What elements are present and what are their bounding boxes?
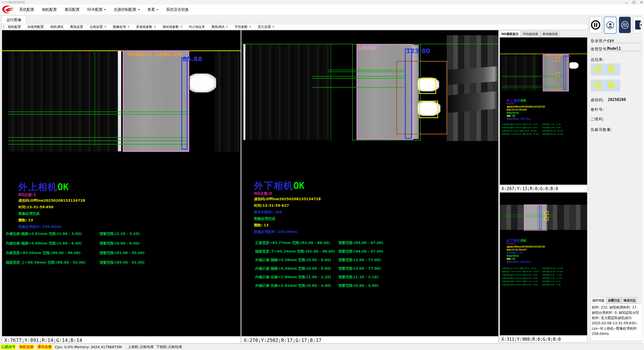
tool-offline-debug[interactable]: 离线调试 <box>211 25 228 29</box>
window-title: CYS-视觉检测系统 <box>2 1 25 4</box>
ng-count-text: NG次数:1 <box>18 193 36 197</box>
image-dark-band <box>8 51 118 152</box>
tool-camera-config[interactable]: 相机配置 <box>8 25 21 29</box>
user-button[interactable] <box>604 17 617 34</box>
overlay-green-line <box>8 137 188 138</box>
menu-camera-config[interactable]: 相机配置 <box>42 7 57 12</box>
ng-preview-lower[interactable]: 外下相机OK NG次数:0 虚拟码:Offline202502081331347… <box>500 192 587 335</box>
ng-preview-upper-coords: X:267;Y:13;R:0;G:0;B:0 <box>500 185 587 192</box>
log-text: 耗时: 222, 缺陷检测耗时: 17, 缺陷分类耗时: 0, 缺陷提取分区耗时… <box>591 304 642 341</box>
tool-spot-check[interactable]: 点检设置 <box>90 25 106 29</box>
close-button[interactable] <box>640 1 643 4</box>
measurement-list: 正极宽度=83.77mm 范围:(82.00 - 88.00)预警范围:(83.… <box>255 241 383 292</box>
users-button[interactable] <box>619 17 631 33</box>
upper-camera-coords: X:7677;Y:891;R:14;G:14;B:14 <box>2 337 241 343</box>
overlay-yellow-line <box>2 50 241 51</box>
tab-run-log[interactable]: 运行日志 <box>591 297 606 304</box>
upper-camera-view[interactable]: 平均阈值:93, 动态阈值:100 85.88 外上相机OK NG次数:1 虚拟… <box>2 30 241 336</box>
lower-camera-view[interactable]: AI检测框 123.80 外下相机OK NG次数:0 虚拟码:Offline20… <box>241 30 498 336</box>
login-user-label: 登录用户: <box>591 39 608 44</box>
tab-run-image[interactable]: 运行图像 <box>2 15 26 24</box>
mini-measurement-list: 外侧负极-隔膜=2.91mm 范围:(2.00 - 3.50)预警范围:(2.2… <box>502 123 563 136</box>
app-logo-icon <box>1 5 16 14</box>
tool-plc-address-lib[interactable]: PLC地址库 <box>189 25 205 29</box>
mini-green-line <box>502 77 566 77</box>
ng-preview-upper[interactable]: 平均阈值:93, 动态阈值:100 85.88 外上相机OK NG次数:1 虚拟… <box>500 37 587 185</box>
dropdown-arrow-icon <box>272 26 274 27</box>
width-measure-box <box>181 57 187 150</box>
tool-camera-debug[interactable]: 相机调试 <box>50 25 63 29</box>
mini-green-line <box>502 76 566 76</box>
minimize-button[interactable] <box>625 1 628 4</box>
menu-system-config[interactable]: 系统配置 <box>19 7 34 12</box>
tab-material-curve[interactable]: 料线曲线图 <box>521 31 540 37</box>
overlay-green-line <box>312 78 406 79</box>
mini-ng-text: NG次数:0 <box>506 242 516 245</box>
dropdown-arrow-icon <box>104 26 106 27</box>
upper-camera-status: 上相机:点检结束 <box>128 345 154 349</box>
overlay-green-line <box>8 112 188 112</box>
tool-test-item-params[interactable]: 测试项参数 <box>163 25 182 29</box>
mini-green-line <box>502 86 566 86</box>
menu-language-switch[interactable]: 系统语言切换 <box>166 7 189 12</box>
film-edge-highlight <box>118 51 121 151</box>
tool-baseline-params[interactable]: 基准线参数 <box>136 25 156 29</box>
qr-code-label: 二维码: <box>591 117 604 122</box>
comm-connect-indicator: 通讯连接 <box>37 344 52 349</box>
tool-other-settings[interactable]: 其它设置 <box>258 25 274 29</box>
camera-title: 外下相机OK <box>254 180 305 192</box>
mini-defect-box <box>555 57 560 62</box>
dropdown-arrow-icon <box>138 9 140 10</box>
image-dark-band <box>215 51 239 152</box>
tool-offline-settings[interactable]: 离线设置 <box>70 25 83 29</box>
overlay-green-line <box>329 70 406 70</box>
toolbar-drag-handle[interactable] <box>3 25 4 29</box>
overlay-green-line <box>8 144 188 145</box>
mini-tab-blob <box>569 62 578 69</box>
film-detect-box <box>123 50 189 152</box>
tab-detect-box <box>419 78 436 94</box>
dropdown-arrow-icon <box>127 26 130 27</box>
lower-camera-status: 下相机:点检结束 <box>156 345 182 349</box>
mini-tab-box <box>544 211 549 215</box>
vcode-value: 20250208 <box>608 97 626 102</box>
mini-measurement-list: 正极宽度=83.77mm 范围:(82.00 - 88.00)预警范围:(83.… <box>502 267 563 287</box>
title-bar: CYS-视觉检测系统 <box>0 0 644 5</box>
pause-button[interactable] <box>590 17 602 33</box>
measurement-list: 外侧负极-隔膜=2.91mm 范围:(2.00 - 3.50)预警范围:(2.2… <box>6 232 145 270</box>
menu-io-card-config[interactable]: IO卡配置 <box>87 7 106 12</box>
model-value[interactable]: Model1 <box>607 46 642 51</box>
tool-ai-use-config[interactable]: AI使用配置 <box>27 25 44 29</box>
ng-count-text: NG次数:0 <box>254 191 272 196</box>
tool-image-processing[interactable]: 图像处理 <box>113 25 130 29</box>
tab-count-label: 负极耳数量: <box>591 127 612 132</box>
tab-error-log[interactable]: 错误日志 <box>622 297 637 304</box>
width-measure-box <box>405 49 412 139</box>
mini-green-vline <box>538 205 538 230</box>
control-side-panel: 登录用户: cys 使用型号: Model1 总结果: 结 果 结 果 虚拟码:… <box>589 15 644 343</box>
tool-char-params[interactable]: 字符参数 <box>235 25 251 29</box>
menu-light-control-config[interactable]: 光源控制配置 <box>114 7 140 12</box>
login-user-value[interactable]: cys <box>607 38 642 43</box>
overlay-green-vline <box>94 50 95 146</box>
tab-detect-box <box>419 101 438 118</box>
status-bar: 心跳信号 相机连接 通讯连接 Cpu: 0.0% Memory: 3424.41… <box>0 343 644 350</box>
width-value-text: 123.80 <box>406 47 430 55</box>
image-gray-band <box>447 35 498 141</box>
maximize-button[interactable] <box>632 1 635 4</box>
vcode-label: 虚拟码: <box>591 98 604 102</box>
image-dark-band <box>246 44 330 140</box>
tab-ng-screenshot[interactable]: NG截图显示 <box>499 31 521 37</box>
view-tab-row: 运行图像 <box>0 15 644 24</box>
tab-settings-log[interactable]: 设置日志 <box>606 297 622 304</box>
menu-comm-config[interactable]: 通讯配置 <box>65 7 80 12</box>
heartbeat-indicator: 心跳信号 <box>1 344 16 349</box>
menu-view[interactable]: 查看 <box>147 7 158 12</box>
dropdown-arrow-icon <box>154 26 156 27</box>
total-result-label: 总结果: <box>591 57 604 62</box>
dropdown-arrow-icon <box>249 26 251 27</box>
log-panel: 运行日志 设置日志 错误日志 耗时: 222, 缺陷检测耗时: 17, 缺陷分类… <box>591 297 642 342</box>
tab-data-curve[interactable]: 数据曲线图 <box>540 31 560 37</box>
dropdown-arrow-icon <box>156 9 158 10</box>
mini-measure-box <box>563 56 566 90</box>
